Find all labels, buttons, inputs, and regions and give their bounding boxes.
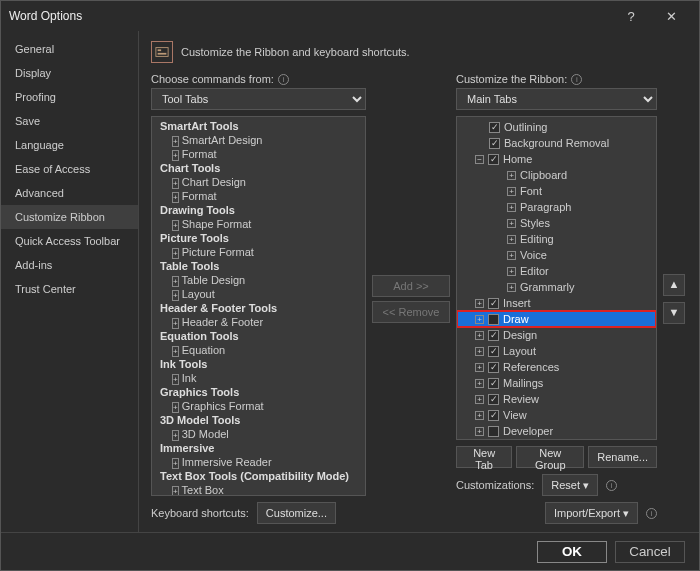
command-item[interactable]: + Format (152, 189, 365, 203)
command-group[interactable]: 3D Model Tools (152, 413, 365, 427)
expand-icon[interactable]: + (172, 486, 179, 496)
command-item[interactable]: + Table Design (152, 273, 365, 287)
command-item[interactable]: + 3D Model (152, 427, 365, 441)
tree-node-add-ins[interactable]: ✓Add-ins (457, 439, 656, 440)
checkbox[interactable]: ✓ (489, 122, 500, 133)
command-group[interactable]: Chart Tools (152, 161, 365, 175)
sidebar-item-ease-of-access[interactable]: Ease of Access (1, 157, 138, 181)
command-item[interactable]: + SmartArt Design (152, 133, 365, 147)
expand-icon[interactable]: + (172, 346, 179, 357)
info-icon[interactable]: i (646, 508, 657, 519)
tree-node-home[interactable]: −✓Home (457, 151, 656, 167)
expand-icon[interactable]: + (507, 203, 516, 212)
checkbox[interactable] (488, 426, 499, 437)
info-icon[interactable]: i (606, 480, 617, 491)
tree-node-view[interactable]: +✓View (457, 407, 656, 423)
command-item[interactable]: + Format (152, 147, 365, 161)
expand-icon[interactable]: + (172, 290, 179, 301)
tree-node-editing[interactable]: +Editing (457, 231, 656, 247)
command-group[interactable]: Ink Tools (152, 357, 365, 371)
expand-icon[interactable]: + (172, 248, 179, 259)
command-group[interactable]: Text Box Tools (Compatibility Mode) (152, 469, 365, 483)
command-group[interactable]: Immersive (152, 441, 365, 455)
customize-ribbon-combo[interactable]: Main Tabs (456, 88, 657, 110)
expand-icon[interactable]: + (475, 331, 484, 340)
expand-icon[interactable]: + (172, 220, 179, 231)
commands-list[interactable]: SmartArt Tools+ SmartArt Design+ FormatC… (151, 116, 366, 496)
info-icon[interactable]: i (571, 74, 582, 85)
command-group[interactable]: Table Tools (152, 259, 365, 273)
tree-node-developer[interactable]: +Developer (457, 423, 656, 439)
command-group[interactable]: Header & Footer Tools (152, 301, 365, 315)
checkbox[interactable] (488, 314, 499, 325)
checkbox[interactable]: ✓ (488, 394, 499, 405)
help-button[interactable]: ? (611, 9, 651, 24)
checkbox[interactable]: ✓ (488, 362, 499, 373)
tree-node-clipboard[interactable]: +Clipboard (457, 167, 656, 183)
new-group-button[interactable]: New Group (516, 446, 584, 468)
sidebar-item-general[interactable]: General (1, 37, 138, 61)
tree-node-editor[interactable]: +Editor (457, 263, 656, 279)
command-group[interactable]: SmartArt Tools (152, 119, 365, 133)
expand-icon[interactable]: + (475, 379, 484, 388)
expand-icon[interactable]: + (475, 395, 484, 404)
customize-keyboard-button[interactable]: Customize... (257, 502, 336, 524)
expand-icon[interactable]: + (172, 430, 179, 441)
command-group[interactable]: Picture Tools (152, 231, 365, 245)
expand-icon[interactable]: + (172, 136, 179, 147)
tree-node-voice[interactable]: +Voice (457, 247, 656, 263)
expand-icon[interactable]: + (507, 267, 516, 276)
tree-node-paragraph[interactable]: +Paragraph (457, 199, 656, 215)
tree-node-insert[interactable]: +✓Insert (457, 295, 656, 311)
ribbon-tree[interactable]: ✓Outlining✓Background Removal−✓Home+Clip… (456, 116, 657, 440)
command-item[interactable]: + Text Box (152, 483, 365, 496)
expand-icon[interactable]: + (507, 187, 516, 196)
tree-node-mailings[interactable]: +✓Mailings (457, 375, 656, 391)
sidebar-item-save[interactable]: Save (1, 109, 138, 133)
sidebar-item-advanced[interactable]: Advanced (1, 181, 138, 205)
close-button[interactable]: ✕ (651, 9, 691, 24)
move-down-button[interactable]: ▼ (663, 302, 685, 324)
expand-icon[interactable]: + (507, 171, 516, 180)
expand-icon[interactable]: + (475, 363, 484, 372)
command-item[interactable]: + Picture Format (152, 245, 365, 259)
expand-icon[interactable]: + (475, 427, 484, 436)
checkbox[interactable]: ✓ (489, 138, 500, 149)
tree-node-grammarly[interactable]: +Grammarly (457, 279, 656, 295)
expand-icon[interactable]: + (172, 318, 179, 329)
expand-icon[interactable]: + (475, 299, 484, 308)
checkbox[interactable]: ✓ (488, 298, 499, 309)
expand-icon[interactable]: + (172, 276, 179, 287)
sidebar-item-customize-ribbon[interactable]: Customize Ribbon (1, 205, 138, 229)
expand-icon[interactable]: − (475, 155, 484, 164)
checkbox[interactable]: ✓ (488, 378, 499, 389)
expand-icon[interactable]: + (507, 235, 516, 244)
expand-icon[interactable]: + (172, 374, 179, 385)
tree-node-font[interactable]: +Font (457, 183, 656, 199)
command-item[interactable]: + Ink (152, 371, 365, 385)
remove-button[interactable]: << Remove (372, 301, 450, 323)
command-group[interactable]: Equation Tools (152, 329, 365, 343)
ok-button[interactable]: OK (537, 541, 607, 563)
tree-node-layout[interactable]: +✓Layout (457, 343, 656, 359)
command-item[interactable]: + Immersive Reader (152, 455, 365, 469)
tree-node-styles[interactable]: +Styles (457, 215, 656, 231)
expand-icon[interactable]: + (507, 283, 516, 292)
checkbox[interactable]: ✓ (488, 330, 499, 341)
expand-icon[interactable]: + (172, 402, 179, 413)
reset-button[interactable]: Reset ▾ (542, 474, 598, 496)
expand-icon[interactable]: + (507, 219, 516, 228)
command-item[interactable]: + Chart Design (152, 175, 365, 189)
command-item[interactable]: + Layout (152, 287, 365, 301)
command-item[interactable]: + Graphics Format (152, 399, 365, 413)
command-group[interactable]: Drawing Tools (152, 203, 365, 217)
cancel-button[interactable]: Cancel (615, 541, 685, 563)
new-tab-button[interactable]: New Tab (456, 446, 512, 468)
choose-commands-combo[interactable]: Tool Tabs (151, 88, 366, 110)
expand-icon[interactable]: + (172, 150, 179, 161)
checkbox[interactable]: ✓ (488, 346, 499, 357)
expand-icon[interactable]: + (172, 192, 179, 203)
import-export-button[interactable]: Import/Export ▾ (545, 502, 638, 524)
tree-node-review[interactable]: +✓Review (457, 391, 656, 407)
expand-icon[interactable]: + (507, 251, 516, 260)
